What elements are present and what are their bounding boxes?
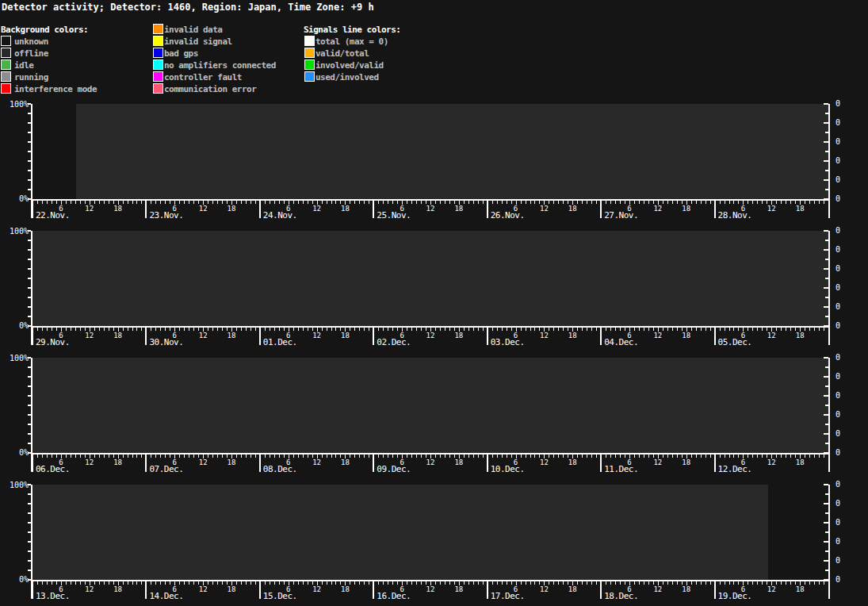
- date-label: 03.Dec.: [491, 337, 525, 347]
- hour-tick-label: 12: [536, 585, 552, 593]
- date-label: 22.Nov.: [36, 210, 70, 221]
- y-tick-right: [824, 522, 828, 524]
- day-boundary-tick: [487, 580, 488, 599]
- hour-tick: [236, 581, 237, 585]
- y-tick-left: [28, 230, 31, 232]
- y-tick-left: [28, 160, 31, 162]
- y-tick-left: [28, 376, 31, 378]
- hour-tick: [426, 454, 426, 458]
- hour-tick-label: 18: [337, 205, 353, 213]
- hour-tick: [553, 201, 554, 204]
- hour-tick: [388, 201, 388, 204]
- y-tick-left: [28, 366, 31, 368]
- hour-tick: [411, 328, 412, 331]
- y-label-0: 0%: [0, 575, 29, 584]
- hour-tick: [790, 581, 791, 585]
- hour-tick: [440, 201, 441, 204]
- hour-tick: [416, 454, 417, 458]
- hour-tick: [625, 201, 625, 204]
- hour-tick: [483, 201, 484, 204]
- hour-tick: [667, 328, 668, 331]
- hour-tick: [37, 201, 38, 204]
- used-involved-swatch: [304, 71, 315, 82]
- hour-tick: [767, 201, 767, 204]
- hour-tick: [359, 328, 360, 331]
- hour-tick: [331, 201, 332, 204]
- hour-tick: [435, 454, 436, 458]
- hour-tick: [198, 328, 199, 331]
- hour-tick: [250, 454, 251, 458]
- hour-tick-label: 18: [564, 205, 580, 213]
- hour-tick: [725, 201, 725, 204]
- hour-tick: [738, 201, 739, 204]
- hour-tick: [596, 454, 597, 458]
- y-tick-right: [824, 484, 828, 485]
- hour-tick: [720, 328, 721, 331]
- hour-tick: [293, 581, 294, 585]
- y-tick-left: [28, 550, 31, 552]
- hour-tick: [558, 201, 559, 204]
- activity-chart-row: 100%0%0000006121822.Nov.6121823.Nov.6121…: [0, 104, 868, 231]
- hour-tick: [327, 581, 327, 585]
- day-boundary-tick: [600, 326, 602, 345]
- hour-tick: [464, 328, 465, 331]
- hour-tick: [208, 581, 208, 585]
- hour-tick: [421, 328, 422, 331]
- activity-chart-row: 100%0%0000006121806.Dec.6121807.Dec.6121…: [0, 358, 868, 485]
- hour-tick: [591, 454, 592, 458]
- hour-tick: [653, 328, 654, 331]
- hour-tick: [696, 454, 697, 458]
- y-tick-left: [28, 189, 31, 190]
- hour-tick: [507, 328, 507, 331]
- hour-tick: [620, 328, 621, 331]
- hour-tick: [639, 454, 640, 458]
- y-tick-right: [824, 325, 828, 327]
- hour-tick: [767, 328, 767, 331]
- hour-tick: [805, 581, 805, 585]
- hour-tick: [663, 201, 663, 204]
- hour-tick: [701, 454, 702, 458]
- hour-tick: [824, 201, 824, 204]
- day-boundary-tick: [145, 199, 147, 218]
- hour-tick: [507, 581, 507, 585]
- hour-tick-label: 12: [423, 585, 438, 593]
- hour-tick: [497, 454, 498, 458]
- hour-tick: [383, 201, 384, 204]
- hour-tick: [483, 454, 484, 458]
- date-label: 14.Dec.: [149, 591, 183, 601]
- hour-tick: [819, 201, 820, 204]
- hour-tick: [340, 201, 341, 204]
- activity-charts: 100%0%0000006121822.Nov.6121823.Nov.6121…: [0, 95, 868, 606]
- hour-tick: [383, 581, 384, 585]
- hour-tick: [511, 328, 512, 331]
- hour-tick: [705, 328, 706, 331]
- hour-tick: [151, 581, 151, 585]
- hour-tick: [553, 328, 554, 331]
- hour-tick: [639, 201, 640, 204]
- hour-tick: [530, 328, 531, 331]
- legend-background-header: Background colors:: [1, 25, 88, 35]
- hour-tick: [725, 581, 725, 585]
- y-tick-left: [28, 278, 31, 279]
- hour-tick: [558, 581, 559, 585]
- hour-tick: [165, 328, 166, 331]
- hour-tick: [653, 581, 654, 585]
- hour-tick: [530, 201, 531, 204]
- hour-tick: [392, 328, 393, 331]
- hour-tick: [364, 201, 365, 204]
- legend-label-controller-fault: controller fault: [164, 72, 242, 82]
- hour-tick: [497, 328, 498, 331]
- legend-label-involved-valid: involved/valid: [315, 60, 384, 71]
- y-tick-left: [28, 452, 31, 454]
- hour-tick: [786, 328, 786, 331]
- y-tick-left: [28, 259, 31, 260]
- y-right-zero-label: 0: [835, 302, 840, 312]
- hour-tick: [250, 328, 251, 331]
- hour-tick: [781, 581, 782, 585]
- hour-tick: [284, 454, 285, 458]
- hour-tick: [644, 201, 644, 204]
- hour-tick: [819, 581, 820, 585]
- hour-tick: [620, 581, 621, 585]
- hour-tick: [52, 201, 52, 204]
- date-label: 04.Dec.: [604, 337, 638, 347]
